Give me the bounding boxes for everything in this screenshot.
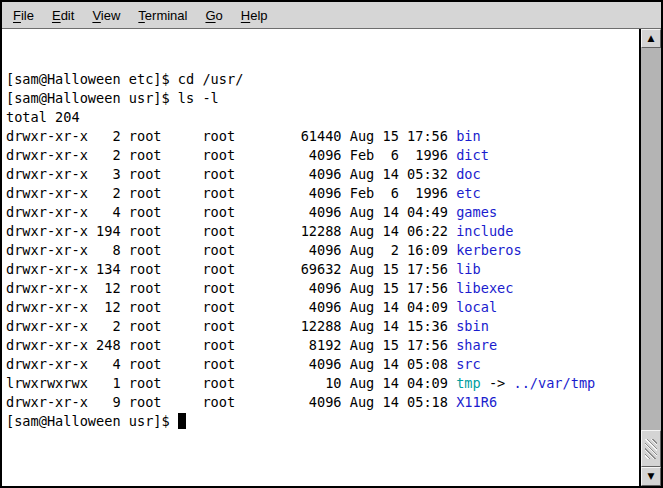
text-segment: drwxr-xr-x 3 root root 4096 Aug 14 05:32	[6, 166, 456, 182]
directory-name: X11R6	[456, 394, 497, 410]
block-cursor	[178, 413, 186, 429]
terminal-window: FileEditViewTerminalGoHelp [sam@Hallowee…	[0, 0, 663, 488]
terminal-line: drwxr-xr-x 9 root root 4096 Aug 14 05:18…	[6, 393, 639, 412]
terminal-line: drwxr-xr-x 3 root root 4096 Aug 14 05:32…	[6, 165, 639, 184]
directory-name: lib	[456, 261, 481, 277]
terminal-line: lrwxrwxrwx 1 root root 10 Aug 14 04:09 t…	[6, 374, 639, 393]
text-segment: drwxr-xr-x 12 root root 4096 Aug 14 04:0…	[6, 299, 456, 315]
terminal-line: total 204	[6, 108, 639, 127]
terminal-line: drwxr-xr-x 134 root root 69632 Aug 15 17…	[6, 260, 639, 279]
directory-name: bin	[456, 128, 481, 144]
text-segment: [sam@Halloween etc]$ cd /usr/	[6, 71, 243, 87]
directory-name: dict	[456, 147, 489, 163]
scroll-up-button[interactable]: ▲	[641, 29, 661, 48]
menu-item-file[interactable]: File	[4, 8, 43, 23]
directory-name: local	[456, 299, 497, 315]
directory-name: kerberos	[456, 242, 521, 258]
scrollbar-track[interactable]	[641, 48, 661, 467]
menu-item-view[interactable]: View	[83, 8, 129, 23]
directory-name: doc	[456, 166, 481, 182]
menu-item-edit[interactable]: Edit	[43, 8, 83, 23]
text-segment: drwxr-xr-x 2 root root 12288 Aug 14 15:3…	[6, 318, 456, 334]
text-segment: drwxr-xr-x 2 root root 61440 Aug 15 17:5…	[6, 128, 456, 144]
scrollbar-thumb[interactable]	[641, 430, 661, 467]
directory-name: etc	[456, 185, 481, 201]
terminal-line: [sam@Halloween usr]$ ls -l	[6, 89, 639, 108]
text-segment: ->	[481, 375, 514, 391]
terminal-line: [sam@Halloween etc]$ cd /usr/	[6, 70, 639, 89]
text-segment: drwxr-xr-x 134 root root 69632 Aug 15 17…	[6, 261, 456, 277]
terminal-line: drwxr-xr-x 194 root root 12288 Aug 14 06…	[6, 222, 639, 241]
directory-name: src	[456, 356, 481, 372]
window-content: [sam@Halloween etc]$ cd /usr/[sam@Hallow…	[2, 29, 661, 486]
symlink-name: tmp	[456, 375, 481, 391]
menu-item-terminal[interactable]: Terminal	[129, 8, 196, 23]
text-segment: drwxr-xr-x 4 root root 4096 Aug 14 04:49	[6, 204, 456, 220]
text-segment: lrwxrwxrwx 1 root root 10 Aug 14 04:09	[6, 375, 456, 391]
terminal-line: drwxr-xr-x 2 root root 61440 Aug 15 17:5…	[6, 127, 639, 146]
directory-name: share	[456, 337, 497, 353]
menu-bar: FileEditViewTerminalGoHelp	[2, 2, 661, 29]
arrow-up-icon: ▲	[648, 34, 655, 43]
text-segment: drwxr-xr-x 2 root root 4096 Feb 6 1996	[6, 147, 456, 163]
directory-name: ../var/tmp	[513, 375, 595, 391]
text-segment: [sam@Halloween usr]$	[6, 413, 178, 429]
text-segment: drwxr-xr-x 9 root root 4096 Aug 14 05:18	[6, 394, 456, 410]
text-segment: drwxr-xr-x 4 root root 4096 Aug 14 05:08	[6, 356, 456, 372]
thumb-grip-icon	[645, 439, 657, 459]
directory-name: libexec	[456, 280, 513, 296]
terminal-line: drwxr-xr-x 4 root root 4096 Aug 14 05:08…	[6, 355, 639, 374]
text-segment: drwxr-xr-x 2 root root 4096 Feb 6 1996	[6, 185, 456, 201]
terminal-line: [sam@Halloween usr]$	[6, 412, 639, 431]
directory-name: sbin	[456, 318, 489, 334]
terminal-line: drwxr-xr-x 248 root root 8192 Aug 15 17:…	[6, 336, 639, 355]
menu-item-go[interactable]: Go	[196, 8, 231, 23]
directory-name: games	[456, 204, 497, 220]
text-segment: drwxr-xr-x 12 root root 4096 Aug 15 17:5…	[6, 280, 456, 296]
terminal-line: drwxr-xr-x 2 root root 4096 Feb 6 1996 d…	[6, 146, 639, 165]
text-segment: drwxr-xr-x 194 root root 12288 Aug 14 06…	[6, 223, 456, 239]
text-segment: drwxr-xr-x 248 root root 8192 Aug 15 17:…	[6, 337, 456, 353]
terminal-line: drwxr-xr-x 2 root root 4096 Feb 6 1996 e…	[6, 184, 639, 203]
text-segment: drwxr-xr-x 8 root root 4096 Aug 2 16:09	[6, 242, 456, 258]
terminal-line: drwxr-xr-x 12 root root 4096 Aug 14 04:0…	[6, 298, 639, 317]
terminal-line: drwxr-xr-x 4 root root 4096 Aug 14 04:49…	[6, 203, 639, 222]
terminal-screen[interactable]: [sam@Halloween etc]$ cd /usr/[sam@Hallow…	[2, 29, 639, 486]
text-segment: total 204	[6, 109, 80, 125]
menu-item-help[interactable]: Help	[232, 8, 277, 23]
scrollbar[interactable]: ▲ ▼	[641, 29, 661, 486]
terminal-line: drwxr-xr-x 8 root root 4096 Aug 2 16:09 …	[6, 241, 639, 260]
scroll-down-button[interactable]: ▼	[641, 467, 661, 486]
text-segment: [sam@Halloween usr]$ ls -l	[6, 90, 219, 106]
terminal-line: drwxr-xr-x 12 root root 4096 Aug 15 17:5…	[6, 279, 639, 298]
arrow-down-icon: ▼	[648, 472, 655, 481]
directory-name: include	[456, 223, 513, 239]
terminal-line: drwxr-xr-x 2 root root 12288 Aug 14 15:3…	[6, 317, 639, 336]
terminal-output: [sam@Halloween etc]$ cd /usr/[sam@Hallow…	[6, 70, 639, 431]
